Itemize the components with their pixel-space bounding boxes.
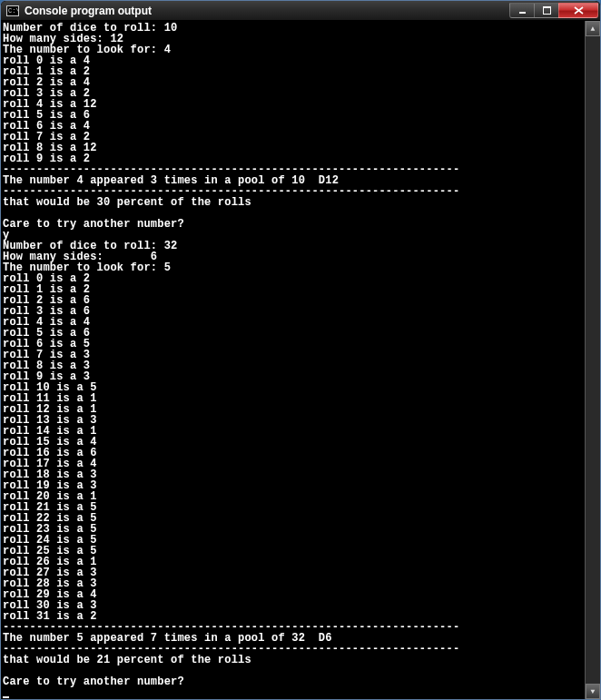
again-prompt-1: Care to try another number? [3,218,184,231]
window-title: Console program output [25,5,509,17]
minimize-button[interactable] [509,3,534,18]
rolls-block-2: roll 0 is a 2 roll 1 is a 2 roll 2 is a … [3,272,97,623]
scrollbar[interactable]: ▲ ▼ [585,21,600,699]
value-dice-1: 10 [164,22,178,35]
scrollbar-track[interactable] [586,36,600,684]
console-output[interactable]: Number of dice to roll: 10 How many side… [1,21,600,699]
titlebar[interactable]: C:\ Console program output [1,1,600,21]
scroll-up-button[interactable]: ▲ [586,21,600,36]
svg-rect-0 [519,12,526,14]
maximize-button[interactable] [534,3,558,18]
percent-line-2: that would be 21 percent of the rolls [3,654,251,666]
close-button[interactable] [558,3,598,18]
rolls-block-1: roll 0 is a 4 roll 1 is a 2 roll 2 is a … [3,54,97,165]
value-look-1: 4 [164,44,171,56]
again-prompt-2: Care to try another number? [3,675,184,688]
window-controls [509,3,598,18]
console-window: C:\ Console program output Number of dic… [0,0,601,700]
value-look-2: 5 [164,261,171,274]
cmd-icon: C:\ [6,5,19,16]
cursor [3,696,9,698]
svg-rect-2 [543,6,551,8]
percent-line-1: that would be 30 percent of the rolls [3,196,251,209]
value-dice-2: 32 [164,240,178,252]
scroll-down-button[interactable]: ▼ [586,684,600,699]
